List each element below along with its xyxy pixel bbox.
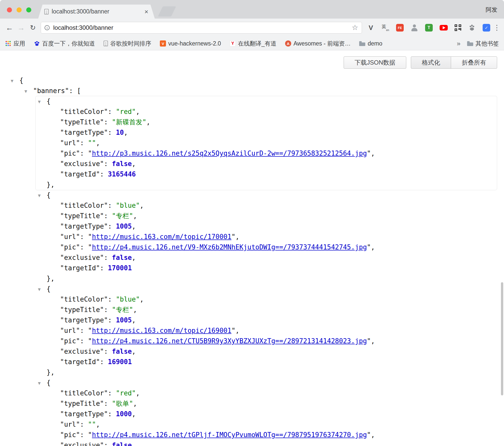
forward-button[interactable]	[15, 24, 27, 32]
bookmark-item[interactable]: 谷歌按时间排序	[104, 40, 151, 48]
json-key: "pic"	[60, 243, 80, 251]
browser-menu-icon[interactable]	[493, 24, 500, 31]
bookmark-item[interactable]: 百度一下，你就知道	[34, 40, 95, 48]
json-token: "	[367, 337, 371, 345]
bookmark-item[interactable]: vue-hackernews-2.0	[160, 40, 221, 47]
tab-strip: localhost:3000/banner 阿发	[0, 0, 504, 19]
page-icon	[44, 9, 49, 14]
share-icon[interactable]	[411, 24, 418, 32]
bookmark-item[interactable]: Awesomes - 前端资…	[285, 40, 351, 48]
collapse-caret-icon[interactable]: ▼	[24, 89, 27, 93]
close-tab-icon[interactable]	[143, 8, 150, 15]
close-window-button[interactable]	[7, 7, 12, 12]
json-line: "targetType": 1005,	[36, 315, 497, 325]
extensions-area	[367, 24, 490, 32]
json-boolean-value: false	[112, 441, 132, 446]
json-token: ,	[132, 222, 136, 230]
minimize-window-button[interactable]	[17, 7, 22, 12]
json-object: ▼{"titleColor": "blue","typeTitle": "专栏"…	[36, 190, 497, 284]
profile-name[interactable]: 阿发	[486, 6, 497, 14]
json-token: :	[104, 348, 112, 355]
json-token: :	[80, 431, 88, 439]
collapse-caret-icon[interactable]: ▼	[38, 287, 41, 291]
json-token: :	[80, 327, 88, 334]
json-string-value: "专栏"	[112, 306, 133, 314]
json-line: "exclusive": false,	[36, 252, 497, 263]
json-key: "typeTitle"	[60, 118, 104, 126]
url-text[interactable]: localhost:3000/banner	[53, 24, 350, 31]
vimium-icon[interactable]	[367, 24, 375, 32]
json-key: "url"	[60, 327, 80, 334]
qrcode-icon[interactable]	[455, 24, 461, 31]
other-bookmarks-folder[interactable]: 其他书签	[467, 40, 499, 48]
new-tab-button[interactable]	[158, 6, 176, 17]
json-key: "url"	[60, 139, 80, 147]
paw-icon[interactable]	[468, 24, 476, 32]
json-key: "exclusive"	[60, 441, 104, 446]
json-string-value: "blue"	[116, 295, 140, 303]
json-line: "titleColor": "red",	[36, 107, 497, 117]
json-token: :	[104, 160, 112, 168]
collapse-caret-icon[interactable]: ▼	[11, 79, 13, 82]
bookmark-star-icon[interactable]	[352, 24, 358, 31]
reload-button[interactable]	[27, 24, 39, 31]
json-string-value: "新碟首发"	[112, 118, 146, 126]
translate-icon[interactable]	[382, 24, 389, 32]
fehelper-icon[interactable]	[396, 24, 404, 32]
active-tab[interactable]: localhost:3000/banner	[38, 5, 155, 19]
json-token: "	[88, 243, 92, 251]
json-brace: {	[47, 285, 51, 293]
json-token: ,	[96, 139, 100, 147]
json-line: "targetType": 10,	[36, 127, 497, 138]
t-shield-icon[interactable]	[425, 24, 433, 32]
youtube-icon[interactable]	[440, 25, 448, 31]
json-token: ,	[136, 108, 140, 115]
collapse-caret-icon[interactable]: ▼	[38, 194, 41, 197]
json-url-link[interactable]: http://p4.music.126.net/tGPljf-IMOCyPvum…	[92, 431, 367, 439]
collapse-caret-icon[interactable]: ▼	[38, 100, 41, 103]
json-key: "targetType"	[60, 222, 108, 230]
json-url-link[interactable]: http://p3.music.126.net/s25q2x5QyqsAzilC…	[92, 150, 367, 157]
json-key: "pic"	[60, 337, 80, 345]
bookmark-item[interactable]: 在线翻译_有道	[230, 40, 276, 48]
format-button[interactable]: 格式化	[411, 56, 451, 69]
json-token: :	[104, 254, 112, 261]
json-url-link[interactable]: http://music.163.com/m/topic/170001	[92, 233, 231, 241]
bookmark-item[interactable]: 应用	[5, 40, 25, 48]
json-token: ,	[133, 212, 137, 220]
back-button[interactable]	[4, 24, 15, 32]
json-token: "	[231, 327, 235, 334]
collapse-all-button[interactable]: 折叠所有	[451, 56, 497, 69]
json-token: :	[80, 337, 88, 345]
json-line: "pic": "http://p4.music.126.net/tGPljf-I…	[36, 430, 497, 440]
json-key: "titleColor"	[60, 295, 108, 303]
json-brace: },	[47, 275, 54, 282]
json-number-value: 1005	[116, 222, 132, 230]
json-url-link[interactable]: http://p4.music.126.net/CTU5B9R9y3XyYBZX…	[92, 337, 367, 345]
page-info-icon[interactable]	[45, 25, 50, 30]
download-json-button[interactable]: 下载JSON数据	[344, 56, 406, 69]
json-token: :	[108, 222, 116, 230]
bookmark-label: 应用	[13, 40, 25, 48]
bookmarks-overflow-chevron[interactable]: »	[454, 40, 463, 48]
scrollbar-thumb[interactable]	[501, 282, 503, 395]
json-brace: },	[47, 368, 54, 376]
json-key: "targetId"	[60, 264, 100, 272]
json-token: : [	[69, 87, 81, 95]
json-key: "typeTitle"	[60, 212, 104, 220]
bookmark-item[interactable]: demo	[359, 40, 382, 47]
address-bar[interactable]: localhost:3000/banner	[41, 22, 362, 34]
collapse-caret-icon[interactable]: ▼	[38, 381, 41, 385]
json-line: "targetType": 1005,	[36, 221, 497, 232]
json-line: ▼{	[36, 378, 497, 388]
json-token: ,	[371, 431, 375, 439]
json-key: "targetType"	[60, 410, 108, 418]
json-token: "	[88, 431, 92, 439]
json-url-link[interactable]: http://music.163.com/m/topic/169001	[92, 327, 231, 334]
json-line: ▼"banners": [	[0, 86, 504, 96]
json-token: "	[88, 327, 92, 334]
json-url-link[interactable]: http://p4.music.126.net/V9-MXz6b2MNhEKju…	[92, 243, 367, 251]
json-key: "typeTitle"	[60, 400, 104, 407]
zoom-window-button[interactable]	[26, 7, 31, 12]
shield-check-icon[interactable]	[483, 24, 490, 32]
